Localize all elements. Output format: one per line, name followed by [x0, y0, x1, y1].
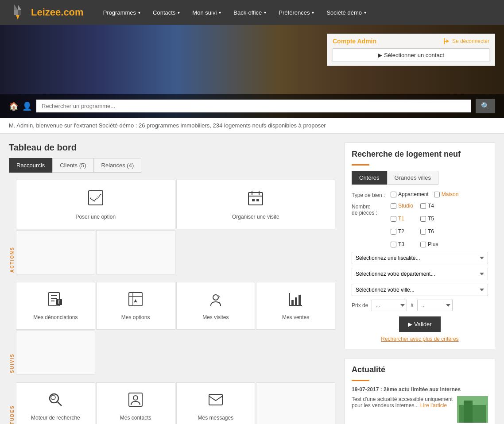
svg-rect-14: [256, 199, 259, 201]
t3-checkbox[interactable]: T3: [391, 241, 413, 247]
visite-label: Organiser une visite: [232, 214, 279, 220]
search-panel-title: Recherche de logement neuf: [352, 150, 488, 159]
logout-link[interactable]: Se déconnecter: [443, 38, 489, 45]
studio-checkbox[interactable]: Studio: [391, 203, 413, 209]
moteur-recherche-item[interactable]: Moteur de recherche: [16, 382, 95, 424]
mes-contacts-item[interactable]: Mes contacts: [96, 382, 175, 424]
denonciations-label: Mes dénonciations: [33, 314, 78, 320]
fiscalite-select[interactable]: Sélectionnez une fiscalité...: [352, 252, 488, 264]
svg-marker-3: [14, 10, 18, 15]
prix-max-select[interactable]: ...: [417, 300, 453, 311]
messages-icon: [208, 392, 224, 411]
departement-select[interactable]: Sélectionnez votre département...: [352, 268, 488, 280]
visites-label: Mes visites: [202, 314, 229, 320]
ville-select[interactable]: Sélectionnez votre ville...: [352, 284, 488, 296]
hero-search-bar: 🏠 👤 🔍: [0, 94, 504, 118]
prix-label: Prix de: [352, 302, 368, 308]
maison-input[interactable]: [434, 192, 440, 197]
hero-section: Compte Admin Se déconnecter Sélectionner…: [0, 25, 504, 118]
tab-grandes-villes[interactable]: Grandes villes: [387, 171, 438, 185]
account-name: Compte Admin: [333, 38, 376, 45]
t5-checkbox[interactable]: T5: [420, 216, 438, 222]
prix-min-select[interactable]: ...: [372, 300, 407, 311]
svg-rect-28: [299, 295, 301, 305]
appartement-checkbox[interactable]: Appartement: [391, 191, 429, 197]
moteur-icon: [47, 392, 63, 411]
chevron-down-icon: ▾: [138, 10, 140, 15]
tab-criteres[interactable]: Critères: [352, 171, 387, 185]
t1-checkbox[interactable]: T1: [391, 216, 413, 222]
mes-denonciations-item[interactable]: Mes dénonciations: [16, 282, 95, 330]
logo[interactable]: Leizee.com: [9, 4, 84, 21]
search-icons: 🏠 👤: [9, 101, 32, 111]
nav-mon-suivi[interactable]: Mon suivi▾: [186, 0, 227, 25]
nav-societe[interactable]: Société démo▾: [320, 0, 372, 25]
lire-article-link[interactable]: Lire l'article: [420, 402, 447, 409]
suivis-label: SUIVIS: [9, 281, 16, 375]
tab-relances[interactable]: Relances (4): [94, 158, 142, 173]
actions-empty-2: [96, 230, 175, 274]
chevron-down-icon: ▾: [264, 10, 266, 15]
user-icon[interactable]: 👤: [22, 101, 32, 111]
home-icon[interactable]: 🏠: [9, 101, 19, 111]
t6-checkbox[interactable]: T6: [420, 228, 438, 235]
main-nav: Programmes▾ Contacts▾ Mon suivi▾ Back-of…: [97, 0, 372, 25]
actu-date: 19-07-2017 : 2ème actu limitée aux inter…: [352, 386, 488, 393]
appartement-input[interactable]: [391, 192, 396, 197]
logo-main: Leizee: [31, 7, 61, 18]
prix-a-label: à: [411, 302, 414, 308]
pieces-col1: Studio T1 T2 T3: [391, 203, 413, 247]
contacts-icon: [128, 392, 143, 411]
mes-options-item[interactable]: Mes options: [96, 282, 175, 330]
actualite-title: Actualité: [352, 365, 488, 374]
search-submit-button[interactable]: 🔍: [476, 99, 495, 113]
program-search-input[interactable]: [36, 100, 471, 112]
etudes-empty: [256, 382, 335, 424]
mes-visites-item[interactable]: Mes visites: [176, 282, 256, 330]
mes-messages-item[interactable]: Mes messages: [176, 382, 256, 424]
actualite-panel: Actualité 19-07-2017 : 2ème actu limitée…: [345, 358, 495, 424]
valider-button[interactable]: Valider: [399, 316, 440, 332]
search-icon: 🔍: [481, 102, 490, 110]
mes-ventes-item[interactable]: Mes ventes: [256, 282, 335, 330]
t2-checkbox[interactable]: T2: [391, 228, 413, 235]
tab-raccourcis[interactable]: Raccourcis: [9, 158, 52, 173]
option-icon: [87, 189, 105, 210]
logout-icon: [443, 38, 450, 45]
actions-section: ACTIONS Poser une option Organiser une v…: [9, 179, 336, 275]
organiser-visite-item[interactable]: Organiser une visite: [176, 180, 336, 229]
nav-contacts[interactable]: Contacts▾: [147, 0, 186, 25]
nav-programmes[interactable]: Programmes▾: [97, 0, 147, 25]
nav-preferences[interactable]: Préférences▾: [272, 0, 320, 25]
account-bar: Compte Admin Se déconnecter Sélectionner…: [327, 34, 495, 66]
t4-checkbox[interactable]: T4: [420, 203, 438, 209]
actions-grid: Poser une option Organiser une visite: [16, 179, 336, 275]
actions-empty-1: [16, 230, 95, 274]
messages-label: Mes messages: [198, 415, 234, 421]
type-bien-checkboxes: Appartement Maison: [391, 191, 458, 197]
search-logement-panel: Recherche de logement neuf Critères Gran…: [345, 143, 495, 349]
svg-line-30: [58, 402, 62, 406]
suivis-grid: Mes dénonciations Mes options Mes visite…: [16, 281, 336, 375]
visite-icon: [247, 189, 264, 210]
nb-pieces-label: Nombrede pièces :: [352, 203, 387, 216]
contacts-label: Mes contacts: [120, 415, 151, 421]
maison-checkbox[interactable]: Maison: [434, 191, 459, 197]
poser-option-item[interactable]: Poser une option: [16, 180, 175, 229]
main-layout: Tableau de bord Raccourcis Clients (5) R…: [0, 134, 504, 424]
more-criteria: Rechercher avec plus de critères: [352, 335, 488, 342]
svg-rect-13: [252, 199, 255, 201]
svg-rect-34: [209, 394, 222, 405]
moteur-label: Moteur de recherche: [31, 415, 80, 421]
svg-rect-52: [464, 401, 473, 423]
plus-checkbox[interactable]: Plus: [420, 241, 438, 247]
nav-back-office[interactable]: Back-office▾: [227, 0, 272, 25]
svg-point-31: [51, 395, 55, 400]
more-criteria-link[interactable]: Rechercher avec plus de critères: [381, 336, 458, 342]
options-label: Mes options: [121, 314, 150, 320]
select-contact-button[interactable]: Sélectionner un contact: [333, 48, 489, 62]
options-icon: [128, 291, 143, 311]
svg-marker-0: [18, 4, 21, 10]
tab-clients[interactable]: Clients (5): [52, 158, 93, 173]
ventes-label: Mes ventes: [282, 314, 309, 320]
